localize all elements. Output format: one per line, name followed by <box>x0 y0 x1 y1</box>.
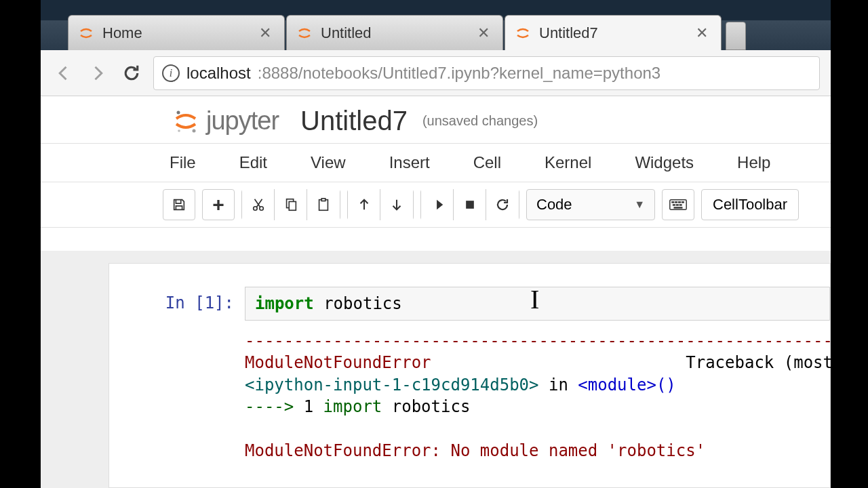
menu-edit[interactable]: Edit <box>233 149 274 176</box>
command-palette-button[interactable] <box>662 189 694 220</box>
traceback-lineno: 1 <box>304 397 313 416</box>
traceback-module: <module> <box>578 375 656 394</box>
url-host: localhost <box>186 64 251 83</box>
traceback-mod: robotics <box>392 397 471 416</box>
close-icon[interactable]: ✕ <box>477 24 490 42</box>
svg-point-1 <box>193 129 196 132</box>
cut-button[interactable] <box>242 189 275 220</box>
svg-rect-18 <box>674 207 683 208</box>
tab-title: Untitled7 <box>539 24 690 42</box>
notebook-header: jupyter Untitled7 (unsaved changes) <box>41 96 831 143</box>
traceback-divider: ----------------------------------------… <box>245 331 831 350</box>
svg-rect-16 <box>676 204 679 205</box>
cell-output: ----------------------------------------… <box>109 323 830 462</box>
menu-help[interactable]: Help <box>730 149 777 176</box>
tab-title: Home <box>102 24 253 42</box>
move-group <box>347 189 414 220</box>
move-up-button[interactable] <box>348 189 380 220</box>
jupyter-favicon-icon <box>515 25 531 41</box>
window-frame: Home ✕ Untitled ✕ Untitled7 ✕ <box>41 0 831 488</box>
edit-group <box>241 189 340 220</box>
input-prompt: In [1]: <box>109 287 245 321</box>
back-button[interactable] <box>52 61 76 85</box>
svg-rect-14 <box>682 201 684 203</box>
menu-kernel[interactable]: Kernel <box>538 149 598 176</box>
jupyter-brand-text: jupyter <box>206 106 279 136</box>
menu-cell[interactable]: Cell <box>467 149 508 176</box>
paste-button[interactable] <box>307 189 340 220</box>
new-tab-button[interactable] <box>726 22 746 50</box>
svg-rect-11 <box>671 201 674 203</box>
cell-toolbar-label: CellToolbar <box>713 196 787 214</box>
cell-toolbar-button[interactable]: CellToolbar <box>701 189 799 220</box>
interrupt-button[interactable] <box>454 189 486 220</box>
svg-rect-15 <box>673 204 675 205</box>
page-content: jupyter Untitled7 (unsaved changes) File… <box>41 96 831 488</box>
run-button[interactable] <box>421 189 454 220</box>
svg-rect-6 <box>289 201 296 210</box>
cell-type-value: Code <box>536 196 572 214</box>
copy-button[interactable] <box>275 189 307 220</box>
info-icon: i <box>162 64 180 82</box>
browser-toolbar: i localhost:8888/notebooks/Untitled7.ipy… <box>41 50 831 96</box>
tab-title: Untitled <box>321 24 471 42</box>
error-message: ModuleNotFoundError: No module named 'ro… <box>245 441 705 460</box>
text-cursor-icon: I <box>530 283 539 315</box>
url-path: :8888/notebooks/Untitled7.ipynb?kernel_n… <box>258 64 660 83</box>
notebook-paper: In [1]: import robotics I --------------… <box>108 263 831 488</box>
cell-type-select[interactable]: Code ▼ <box>526 189 655 220</box>
svg-point-2 <box>178 129 180 132</box>
traceback-source: <ipython-input-1-c19cd914d5b0> <box>245 375 538 394</box>
code-keyword: import <box>255 294 314 313</box>
menu-file[interactable]: File <box>163 149 203 176</box>
svg-rect-13 <box>678 201 681 203</box>
close-icon[interactable]: ✕ <box>258 24 272 42</box>
add-cell-button[interactable]: + <box>202 189 235 220</box>
browser-tab-untitled7[interactable]: Untitled7 ✕ <box>505 15 722 50</box>
traceback-parens: () <box>656 375 676 394</box>
svg-point-0 <box>177 110 180 114</box>
forward-button[interactable] <box>85 61 110 85</box>
jupyter-favicon-icon <box>78 25 94 41</box>
error-name: ModuleNotFoundError <box>245 353 431 372</box>
chevron-down-icon: ▼ <box>634 199 645 211</box>
code-input[interactable]: import robotics I <box>245 287 830 321</box>
code-cell[interactable]: In [1]: import robotics I <box>109 284 830 323</box>
reload-button[interactable] <box>119 61 144 85</box>
notebook-save-status: (unsaved changes) <box>422 113 538 129</box>
notebook-title[interactable]: Untitled7 <box>300 106 408 136</box>
save-button[interactable] <box>163 189 195 220</box>
svg-rect-8 <box>321 199 326 201</box>
jupyter-logo[interactable]: jupyter <box>172 106 279 136</box>
restart-button[interactable] <box>486 189 519 220</box>
browser-tab-untitled[interactable]: Untitled ✕ <box>286 15 503 50</box>
browser-tab-home[interactable]: Home ✕ <box>68 15 285 50</box>
close-icon[interactable]: ✕ <box>695 24 709 42</box>
menu-view[interactable]: View <box>304 149 353 176</box>
traceback-arrow: ----> <box>245 397 304 416</box>
toolbar: + <box>41 182 831 228</box>
run-group <box>420 189 519 220</box>
traceback-import: import <box>313 397 392 416</box>
jupyter-favicon-icon <box>296 25 313 41</box>
move-down-button[interactable] <box>380 189 413 220</box>
browser-tab-strip: Home ✕ Untitled ✕ Untitled7 ✕ <box>41 20 831 50</box>
menu-insert[interactable]: Insert <box>382 149 437 176</box>
notebook-body: In [1]: import robotics I --------------… <box>41 251 831 488</box>
jupyter-logo-icon <box>172 108 199 135</box>
code-text: robotics <box>314 294 402 313</box>
traceback-label: Traceback (most <box>686 353 831 372</box>
menu-widgets[interactable]: Widgets <box>628 149 701 176</box>
address-bar[interactable]: i localhost:8888/notebooks/Untitled7.ipy… <box>153 56 820 90</box>
traceback-in: in <box>538 375 578 394</box>
svg-rect-9 <box>466 201 474 209</box>
menu-bar: File Edit View Insert Cell Kernel Widget… <box>41 143 831 182</box>
svg-rect-17 <box>679 204 682 205</box>
svg-rect-12 <box>675 201 677 203</box>
